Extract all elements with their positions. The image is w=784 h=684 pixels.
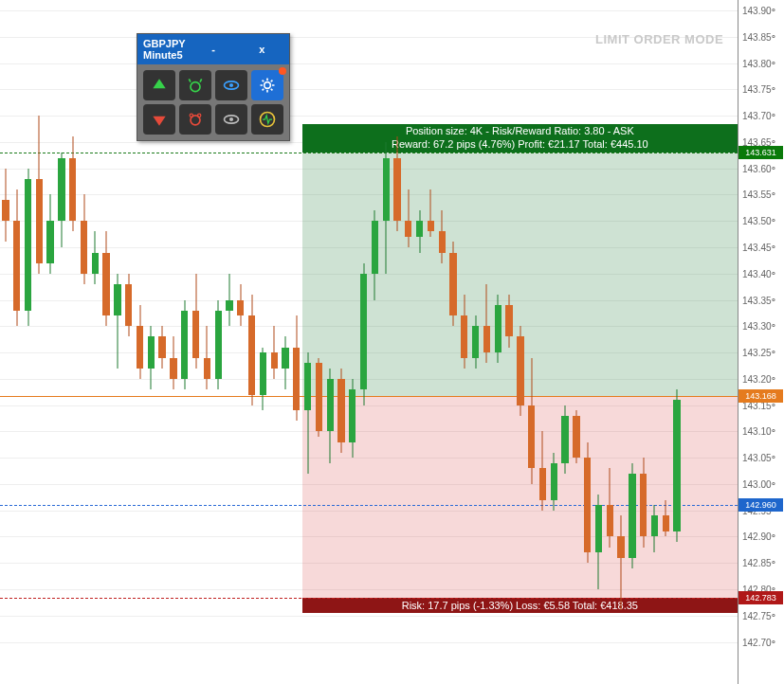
y-tick-label: 143.50ᵒ	[742, 216, 775, 226]
risk-info-strip: Risk: 17.7 pips (-1.33%) Loss: €5.58 Tot…	[302, 598, 738, 613]
limit-order-mode-label: LIMIT ORDER MODE	[595, 32, 723, 46]
y-tick-label: 143.55ᵒ	[742, 189, 775, 200]
stop-price-tag: 142.783	[738, 591, 783, 604]
gridline	[0, 89, 738, 90]
reward-line2: Reward: 67.2 pips (4.76%) Profit: €21.17…	[302, 138, 738, 151]
bull-icon[interactable]	[179, 70, 211, 100]
panel-titlebar[interactable]: GBPJPY Minute5 - x	[137, 34, 289, 64]
y-tick-label: 143.35ᵒ	[742, 295, 775, 305]
y-tick-label: 142.85ᵒ	[742, 558, 775, 568]
y-tick-label: 143.10ᵒ	[742, 426, 775, 437]
target-price-tag: 143.631	[738, 146, 783, 159]
entry-line[interactable]	[0, 396, 738, 397]
svg-point-2	[229, 83, 233, 87]
gridline	[0, 642, 738, 643]
eye-off-icon[interactable]	[215, 104, 247, 135]
target-line[interactable]	[0, 153, 738, 153]
y-tick-label: 143.00ᵒ	[742, 478, 775, 489]
buy-up-icon[interactable]	[143, 70, 175, 100]
gear-icon[interactable]	[251, 70, 283, 100]
gridline	[0, 10, 738, 11]
sell-down-icon[interactable]	[143, 104, 175, 135]
panel-body	[137, 64, 289, 140]
current-price-line	[0, 505, 738, 506]
y-tick-label: 143.60ᵒ	[742, 163, 775, 173]
minimize-icon[interactable]: -	[191, 43, 234, 56]
y-tick-label: 143.20ᵒ	[742, 373, 775, 384]
y-tick-label: 143.05ᵒ	[742, 453, 775, 463]
reward-info-strip: Position size: 4K - Risk/Reward Ratio: 3…	[302, 124, 738, 153]
svg-point-6	[198, 114, 201, 117]
svg-point-8	[229, 117, 233, 121]
stop-line[interactable]	[0, 598, 738, 599]
price-axis: 143.90ᵒ143.85ᵒ143.80ᵒ143.75ᵒ143.70ᵒ143.6…	[738, 0, 784, 684]
y-tick-label: 143.85ᵒ	[742, 31, 775, 42]
y-tick-label: 143.40ᵒ	[742, 268, 775, 279]
reward-line1: Position size: 4K - Risk/Reward Ratio: 3…	[302, 125, 738, 137]
pulse-icon[interactable]	[251, 104, 283, 135]
gridline	[0, 616, 738, 617]
close-icon[interactable]: x	[241, 43, 283, 56]
y-tick-label: 143.25ᵒ	[742, 348, 775, 358]
svg-point-3	[264, 82, 271, 89]
indicator-panel[interactable]: GBPJPY Minute5 - x	[137, 33, 290, 141]
y-tick-label: 142.90ᵒ	[742, 531, 775, 542]
y-tick-label: 143.70ᵒ	[742, 111, 775, 121]
y-tick-label: 143.30ᵒ	[742, 321, 775, 332]
y-tick-label: 142.70ᵒ	[742, 637, 775, 647]
y-tick-label: 143.45ᵒ	[742, 243, 775, 253]
current-price-tag: 142.960	[738, 498, 783, 512]
bear-icon[interactable]	[179, 104, 211, 135]
risk-line: Risk: 17.7 pips (-1.33%) Loss: €5.58 Tot…	[302, 600, 738, 612]
svg-point-0	[191, 82, 200, 92]
y-tick-label: 142.75ᵒ	[742, 610, 775, 621]
eye-icon[interactable]	[215, 70, 247, 100]
y-tick-label: 143.90ᵒ	[742, 6, 775, 16]
svg-point-5	[190, 114, 192, 117]
gridline	[0, 116, 738, 117]
entry-price-tag: 143.168	[738, 389, 783, 403]
chart-container: Position size: 4K - Risk/Reward Ratio: 3…	[0, 0, 784, 684]
y-tick-label: 143.75ᵒ	[742, 84, 775, 95]
y-tick-label: 143.80ᵒ	[742, 58, 775, 68]
panel-title-text: GBPJPY Minute5	[143, 38, 186, 61]
plot-area[interactable]: Position size: 4K - Risk/Reward Ratio: 3…	[0, 0, 738, 684]
risk-zone	[302, 396, 738, 599]
gridline	[0, 63, 738, 64]
